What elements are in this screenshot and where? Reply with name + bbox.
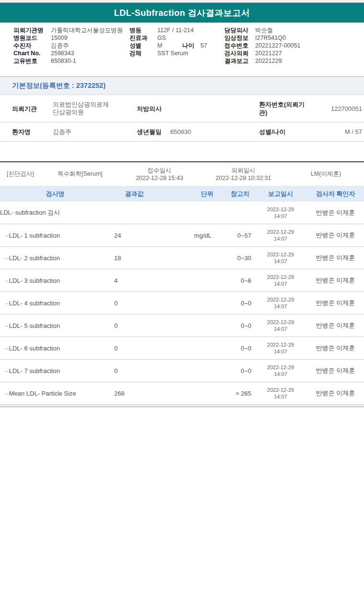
patient-info-column-3: 담당의사박순철 임상정보I27R541Q0 접수번호20221227-00051… (224, 26, 364, 65)
info-field: 수진자김종주 (13, 42, 129, 49)
info-field: 임상정보I27R541Q0 (224, 34, 364, 42)
result-cell: 24 (110, 232, 158, 239)
report-time: 14:07 (254, 348, 307, 355)
test-name-cell: ··LDL- 6 subfraction (0, 345, 110, 352)
basic-info-row-1: 의뢰기관 의료법인삼광의료재단삼광의원 처방의사 환자번호(의뢰기관) 1227… (0, 95, 364, 122)
staff-cell: 반병준 이제훈 (307, 389, 364, 398)
result-cell: 4 (110, 277, 158, 284)
result-cell: 268 (110, 390, 158, 397)
reference-cell: 0~0 (218, 300, 254, 307)
info-field: 병원코드15009 (13, 34, 129, 42)
patient-info-block: 의뢰기관명가톨릭대학교서울성모병원 병원코드15009 수진자김종주 Chart… (0, 23, 364, 69)
table-row: ··Mean LDL- Particle Size 268 > 265 2022… (0, 382, 364, 405)
result-cell: 0 (110, 300, 158, 307)
field-label: 임상정보 (224, 34, 255, 42)
staff-cell: 반병준 이제훈 (307, 299, 364, 307)
report-time: 14:07 (254, 371, 307, 377)
report-page: LDL-Subfraction 검사결과보고서 의뢰기관명가톨릭대학교서울성모병… (0, 0, 364, 592)
field-value: I27R541Q0 (255, 35, 286, 41)
reference-cell: 0~57 (218, 232, 254, 239)
results-table-header: 검사명 결과값 단위 참고치 보고일시 검사자 확인자 (0, 186, 364, 202)
table-row: ··LDL- 2 subfraction 18 0~30 2022-12-29 … (0, 247, 364, 269)
column-header-report-datetime: 보고일시 (254, 190, 307, 198)
field-label: 검체 (129, 49, 157, 57)
test-name-cell: ··LDL- 1 subfraction (0, 232, 110, 239)
test-name-cell: LDL- subfraction 검사 (0, 208, 110, 217)
info-field: Chart No.2598343 (13, 49, 129, 57)
report-date-cell: 2022-12-29 14:07 (254, 296, 307, 310)
report-date-cell: 2022-12-29 14:07 (254, 364, 307, 377)
info-field: 검사의뢰20221227 (224, 49, 364, 57)
report-time: 14:07 (254, 326, 307, 332)
test-name-cell: ··LDL- 3 subfraction (0, 277, 110, 284)
report-date: 2022-12-29 (254, 251, 307, 258)
table-bottom-strip (0, 405, 364, 407)
column-header-result: 결과값 (110, 190, 158, 198)
report-date: 2022-12-29 (254, 364, 307, 371)
column-header-test-name: 검사명 (0, 190, 110, 198)
unit-cell: mg/dL (158, 232, 218, 239)
receipt-datetime: 2022-12-28 15:43 (120, 174, 199, 182)
reference-cell: 0~30 (218, 254, 254, 262)
field-label: 병동 (129, 26, 157, 34)
page-title: LDL-Subfraction 검사결과보고서 (114, 7, 250, 19)
field-value: M / 57 (329, 128, 364, 135)
field-value: 650830-1 (51, 58, 76, 64)
field-label: 환자번호(의뢰기관) (259, 100, 329, 117)
request-datetime: 2022-12-28 10:32:31 (199, 174, 288, 182)
info-field: 검체SST Serum (129, 49, 224, 57)
reference-cell: 0~0 (218, 322, 254, 329)
field-label: 결과보고 (224, 57, 255, 65)
basic-info-row-2: 환자명 김종주 생년월일 650830 성별/나이 M / 57 (0, 122, 364, 142)
field-label: 생년월일 (137, 128, 170, 136)
field-value-extra: 57 (200, 42, 223, 49)
report-date: 2022-12-29 (254, 274, 307, 280)
field-value: M (157, 42, 180, 49)
field-value: 2598343 (51, 50, 74, 57)
table-row: ··LDL- 5 subfraction 0 0~0 2022-12-29 14… (0, 314, 364, 337)
receipt-datetime-block: 접수일시 2022-12-28 15:43 (120, 167, 199, 182)
field-label: 수진자 (13, 42, 51, 49)
report-time: 14:07 (254, 303, 307, 310)
table-row: ··LDL- 1 subfraction 24 mg/dL 0~57 2022-… (0, 224, 364, 247)
basic-info-section-header: 기본정보(등록번호 : 2372252) (0, 76, 364, 95)
test-name-cell: ··LDL- 2 subfraction (0, 254, 110, 262)
field-value: 가톨릭대학교서울성모병원 (51, 27, 123, 34)
report-date-cell: 2022-12-29 14:07 (254, 319, 307, 332)
order-info-row: [진단검사] 특수화학[Serum] 접수일시 2022-12-28 15:43… (0, 161, 364, 186)
report-title-bar: LDL-Subfraction 검사결과보고서 (0, 3, 364, 23)
report-date-cell: 2022-12-29 14:07 (254, 251, 307, 265)
field-value: 박순철 (255, 27, 273, 34)
test-name-cell: ··LDL- 7 subfraction (0, 367, 110, 375)
result-cell: 0 (110, 345, 158, 352)
result-cell: 18 (110, 254, 158, 262)
field-label: 처방의사 (137, 105, 170, 113)
report-time: 14:07 (254, 258, 307, 265)
report-date-cell: 2022-12-29 14:07 (254, 229, 307, 242)
test-name-cell: ··LDL- 4 subfraction (0, 300, 110, 307)
field-label: 성별 (129, 42, 157, 49)
patient-info-column-2: 병동112F / 11-214 진료과GS 성별M나이57 검체SST Seru… (129, 26, 224, 65)
report-date: 2022-12-29 (254, 296, 307, 303)
request-label: 의뢰일시 (199, 167, 288, 174)
field-value: 15009 (51, 35, 68, 41)
column-header-staff: 검사자 확인자 (307, 190, 364, 198)
info-field: 결과보고20221229 (224, 57, 364, 65)
field-label: Chart No. (13, 49, 51, 57)
info-field: 의뢰기관명가톨릭대학교서울성모병원 (13, 26, 129, 34)
table-row: ··LDL- 6 subfraction 0 0~0 2022-12-29 14… (0, 337, 364, 360)
info-field: 진료과GS (129, 34, 224, 42)
field-value: 김종주 (53, 128, 137, 136)
field-label: 고유번호 (13, 57, 51, 65)
report-date: 2022-12-29 (254, 387, 307, 393)
staff-cell: 반병준 이제훈 (307, 321, 364, 330)
info-field: 고유번호650830-1 (13, 57, 129, 65)
info-field: 병동112F / 11-214 (129, 26, 224, 34)
field-label: 진료과 (129, 34, 157, 42)
receipt-label: 접수일시 (120, 167, 199, 174)
field-value: 650830 (170, 128, 259, 136)
patient-info-column-1: 의뢰기관명가톨릭대학교서울성모병원 병원코드15009 수진자김종주 Chart… (13, 26, 129, 65)
order-department: LM(이제훈) (288, 170, 364, 178)
report-time: 14:07 (254, 235, 307, 242)
field-value: 20221227-00051 (255, 42, 301, 49)
